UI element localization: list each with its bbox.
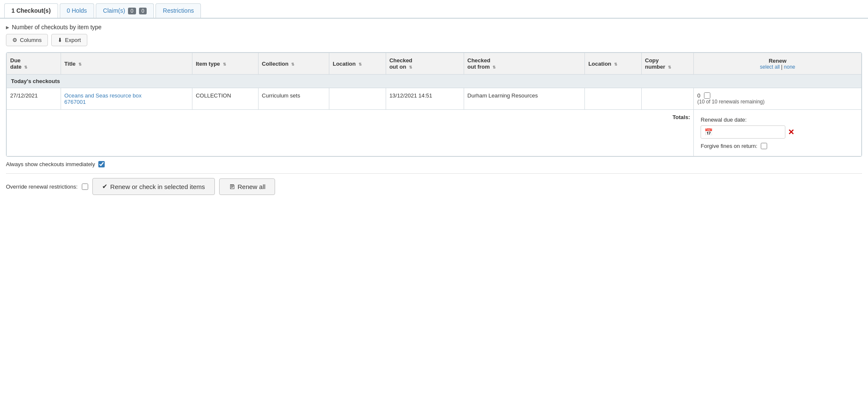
collapse-arrow-icon: ▶ [6, 25, 9, 30]
override-label: Override renewal restrictions: [6, 184, 78, 190]
override-checkbox[interactable] [82, 184, 88, 190]
tab-checkouts[interactable]: 1 Checkout(s) [4, 3, 58, 18]
cell-collection: Curriculum sets [258, 88, 329, 110]
tab-restrictions[interactable]: Restrictions [156, 3, 201, 18]
title-link[interactable]: Oceans and Seas resource box [64, 92, 142, 99]
clear-date-button[interactable]: ✕ [788, 128, 794, 137]
cell-location2 [585, 88, 642, 110]
col-title[interactable]: Title ⇅ [61, 53, 192, 75]
cell-checked-out-on: 13/12/2021 14:51 [386, 88, 464, 110]
columns-button[interactable]: ⚙ Columns [6, 34, 48, 46]
renewal-date-input[interactable] [715, 129, 774, 135]
sort-checked-out-from-icon: ⇅ [492, 65, 496, 70]
forgive-fines-label: Forgive fines on return: [701, 143, 757, 149]
cell-title: Oceans and Seas resource box 6767001 [61, 88, 192, 110]
sort-item-type-icon: ⇅ [223, 62, 226, 67]
totals-row: Totals: Renewal due date: 📅 ✕ [7, 110, 862, 156]
sort-location1-icon: ⇅ [359, 62, 362, 67]
sort-checked-out-on-icon: ⇅ [409, 65, 412, 70]
col-checked-out-on[interactable]: Checkedout on ⇅ [386, 53, 464, 75]
checkouts-table-wrapper: Duedate ⇅ Title ⇅ Item type ⇅ Collection… [6, 52, 862, 157]
col-renew: Renew select all | none [694, 53, 862, 75]
renew-count: 0 [697, 92, 700, 99]
toolbar: ⚙ Columns ⬇ Export [6, 34, 862, 46]
renewal-due-date-label: Renewal due date: [701, 117, 854, 123]
section-header-cell: Today's checkouts [7, 75, 862, 88]
col-location1[interactable]: Location ⇅ [329, 53, 386, 75]
forgive-fines-checkbox[interactable] [761, 143, 767, 149]
main-content: ▶ Number of checkouts by item type ⚙ Col… [0, 19, 868, 204]
gear-icon: ⚙ [12, 37, 17, 43]
collapsible-header[interactable]: ▶ Number of checkouts by item type [6, 24, 862, 31]
tab-holds[interactable]: 0 Holds [60, 3, 94, 18]
renew-selected-button[interactable]: ✔ Renew or check in selected items [92, 178, 214, 195]
cell-due-date: 27/12/2021 [7, 88, 61, 110]
always-show-row: Always show checkouts immediately [6, 161, 862, 167]
claims-badge-1: 0 [128, 8, 136, 14]
calendar-icon[interactable]: 📅 [704, 128, 713, 136]
sort-location2-icon: ⇅ [614, 62, 618, 67]
tab-bar: 1 Checkout(s) 0 Holds Claim(s) 0 0 Restr… [0, 0, 868, 19]
collapsible-label: Number of checkouts by item type [12, 24, 102, 31]
col-due-date[interactable]: Duedate ⇅ [7, 53, 61, 75]
renew-all-icon: 🖹 [229, 183, 235, 190]
col-item-type[interactable]: Item type ⇅ [192, 53, 258, 75]
checkouts-table: Duedate ⇅ Title ⇅ Item type ⇅ Collection… [6, 53, 862, 156]
cell-renew: 0 (10 of 10 renewals remaining) [694, 88, 862, 110]
always-show-label: Always show checkouts immediately [6, 161, 95, 167]
tab-claims[interactable]: Claim(s) 0 0 [96, 3, 154, 18]
cell-location1 [329, 88, 386, 110]
col-checked-out-from[interactable]: Checkedout from ⇅ [464, 53, 584, 75]
col-collection[interactable]: Collection ⇅ [258, 53, 329, 75]
col-copy-number[interactable]: Copynumber ⇅ [641, 53, 694, 75]
totals-label: Totals: [673, 114, 690, 120]
sort-due-date-icon: ⇅ [24, 65, 28, 70]
export-button[interactable]: ⬇ Export [51, 34, 87, 46]
renewals-remaining: (10 of 10 renewals remaining) [697, 99, 858, 105]
sort-title-icon: ⇅ [78, 62, 82, 67]
always-show-checkbox[interactable] [98, 161, 105, 167]
select-none-link[interactable]: none [784, 64, 796, 70]
action-bar: Override renewal restrictions: ✔ Renew o… [6, 173, 862, 199]
export-icon: ⬇ [58, 37, 62, 43]
claims-badge-2: 0 [139, 8, 147, 14]
checkmark-icon: ✔ [102, 183, 108, 190]
table-row: 27/12/2021 Oceans and Seas resource box … [7, 88, 862, 110]
sort-copy-number-icon: ⇅ [668, 65, 671, 70]
sort-collection-icon: ⇅ [291, 62, 295, 67]
renew-all-button[interactable]: 🖹 Renew all [219, 178, 275, 195]
col-location2[interactable]: Location ⇅ [585, 53, 642, 75]
section-header-row: Today's checkouts [7, 75, 862, 88]
totals-renewal-cell: Renewal due date: 📅 ✕ Forgive fines on r… [694, 110, 862, 156]
cell-item-type: COLLECTION [192, 88, 258, 110]
date-input-container: 📅 [701, 125, 785, 139]
cell-copy-number [641, 88, 694, 110]
cell-checked-out-from: Durham Learning Resources [464, 88, 584, 110]
renew-checkbox[interactable] [704, 92, 710, 99]
item-id: 6767001 [64, 99, 86, 105]
select-all-link[interactable]: select all [760, 64, 780, 70]
